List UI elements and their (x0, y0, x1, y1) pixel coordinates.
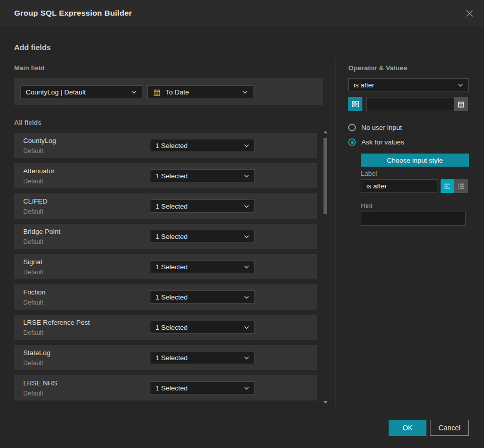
field-row: Signal Default 1 Selected (14, 254, 317, 279)
hint-input[interactable] (361, 212, 466, 226)
ok-button[interactable]: OK (389, 420, 426, 436)
selected-count: 1 Selected (155, 354, 188, 362)
close-button[interactable] (461, 5, 478, 22)
field-subtitle: Default (23, 147, 43, 155)
chevron-down-icon (244, 386, 249, 390)
group-sql-expression-builder-dialog: Group SQL Expression Builder Add fields … (0, 0, 484, 448)
choose-input-style-label: Choose input style (387, 157, 443, 164)
field-name: StateLog (23, 349, 50, 357)
vertical-divider (336, 60, 336, 407)
field-selected-dropdown[interactable]: 1 Selected (150, 381, 255, 394)
chevron-down-icon (244, 205, 249, 208)
field-row: CountyLog Default 1 Selected (14, 133, 317, 158)
scrollbar-thumb[interactable] (324, 138, 327, 214)
set-values-button[interactable] (348, 97, 362, 111)
chevron-down-icon (244, 235, 249, 238)
chevron-down-icon (242, 90, 248, 94)
selected-count: 1 Selected (155, 142, 188, 150)
main-field-dropdown[interactable]: CountyLog | Default (20, 85, 142, 99)
align-left-icon (444, 183, 451, 189)
selected-count: 1 Selected (155, 233, 188, 240)
date-picker-button[interactable] (454, 97, 468, 111)
radio-checked-icon (348, 138, 356, 146)
field-row: Friction Default 1 Selected (14, 284, 317, 310)
list-scrollbar (323, 131, 328, 404)
chevron-down-icon (244, 295, 249, 299)
calendar-icon (457, 101, 465, 108)
operator-dropdown[interactable]: is after (348, 78, 469, 91)
main-field-dropdown-value: CountyLog | Default (26, 88, 86, 96)
chevron-down-icon (244, 144, 249, 147)
radio-ask-for-values[interactable]: Ask for values (348, 138, 404, 146)
field-name: Attenuator (23, 167, 55, 175)
field-selected-dropdown[interactable]: 1 Selected (150, 139, 255, 152)
chevron-down-icon (244, 265, 249, 269)
field-selected-dropdown[interactable]: 1 Selected (150, 169, 255, 182)
selected-count: 1 Selected (155, 263, 188, 271)
field-name: LRSE NHS (23, 379, 58, 387)
selected-count: 1 Selected (155, 203, 188, 210)
radio-circle-icon (348, 124, 356, 131)
choose-input-style-button[interactable]: Choose input style (361, 154, 469, 167)
field-row: LRSE Reference Post Default 1 Selected (14, 315, 317, 340)
main-field-date-dropdown[interactable]: To Date (147, 85, 253, 99)
label-input[interactable] (361, 179, 438, 193)
field-subtitle: Default (23, 238, 43, 245)
value-input[interactable] (366, 97, 454, 111)
label-field-label: Label (361, 170, 377, 177)
field-selected-dropdown[interactable]: 1 Selected (150, 260, 255, 273)
field-selected-dropdown[interactable]: 1 Selected (150, 200, 255, 213)
field-subtitle: Default (23, 360, 43, 367)
list-icon (457, 183, 465, 189)
radio-no-user-input[interactable]: No user input (348, 124, 402, 131)
cancel-button[interactable]: Cancel (430, 420, 469, 436)
selected-count: 1 Selected (155, 324, 188, 331)
selected-count: 1 Selected (155, 172, 188, 180)
ok-button-label: OK (402, 424, 412, 432)
all-fields-list: CountyLog Default 1 Selected Attenuator … (14, 133, 317, 402)
field-name: Signal (23, 258, 42, 266)
field-row: CLIFED Default 1 Selected (14, 193, 317, 219)
add-fields-heading: Add fields (14, 43, 51, 52)
dialog-header: Group SQL Expression Builder (0, 0, 484, 26)
field-selected-dropdown[interactable]: 1 Selected (150, 230, 255, 243)
operator-dropdown-value: is after (354, 81, 374, 89)
field-row: LRSE NHS Default 1 Selected (14, 375, 317, 401)
values-list-icon (351, 100, 360, 109)
field-name: LRSE Reference Post (23, 319, 90, 326)
field-name: Friction (23, 288, 45, 296)
selected-count: 1 Selected (155, 293, 188, 301)
field-subtitle: Default (23, 208, 43, 215)
main-field-panel: CountyLog | Default To Date (14, 78, 323, 105)
selected-count: 1 Selected (155, 384, 188, 392)
scrollbar-down-arrow-icon[interactable] (324, 401, 328, 404)
main-field-date-value: To Date (166, 88, 189, 96)
field-subtitle: Default (23, 299, 43, 306)
field-subtitle: Default (23, 178, 43, 185)
all-fields-heading: All fields (14, 119, 41, 126)
calendar-icon (153, 88, 161, 96)
field-name: CountyLog (23, 137, 56, 144)
field-subtitle: Default (23, 269, 43, 276)
field-row: Bridge Point Default 1 Selected (14, 224, 317, 249)
field-subtitle: Default (23, 329, 43, 336)
radio-ask-for-values-label: Ask for values (361, 138, 404, 146)
cancel-button-label: Cancel (439, 424, 461, 432)
operator-values-heading: Operator & Values (348, 64, 407, 72)
field-selected-dropdown[interactable]: 1 Selected (150, 290, 255, 304)
list-style-toggle[interactable] (454, 179, 468, 193)
scrollbar-up-arrow-icon[interactable] (324, 131, 328, 133)
field-name: Bridge Point (23, 228, 61, 235)
single-value-style-toggle[interactable] (441, 179, 454, 193)
field-selected-dropdown[interactable]: 1 Selected (150, 351, 255, 364)
close-icon (465, 9, 474, 18)
field-row: Attenuator Default 1 Selected (14, 163, 317, 188)
chevron-down-icon (244, 356, 249, 360)
chevron-down-icon (244, 174, 249, 178)
field-row: StateLog Default 1 Selected (14, 345, 317, 370)
field-name: CLIFED (23, 197, 47, 205)
main-field-heading: Main field (14, 64, 44, 72)
field-selected-dropdown[interactable]: 1 Selected (150, 321, 255, 334)
chevron-down-icon (131, 90, 137, 94)
field-subtitle: Default (23, 390, 43, 397)
